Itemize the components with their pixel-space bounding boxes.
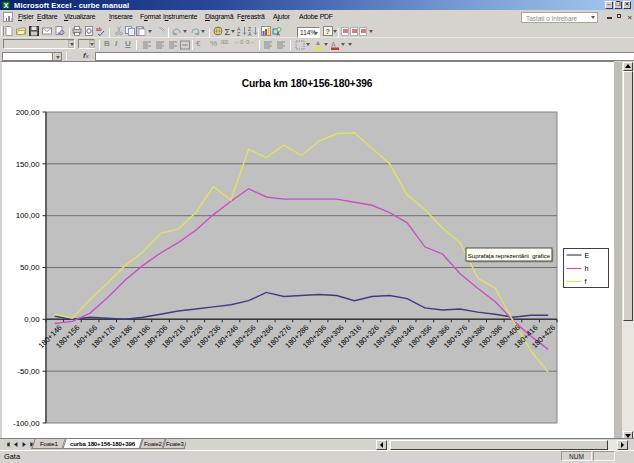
svg-text:E: E: [585, 251, 590, 260]
svg-text:Suprafața reprezentării grafi: Suprafața reprezentării grafice: [468, 253, 551, 259]
svg-text:100,00: 100,00: [16, 211, 41, 220]
svg-text:50,00: 50,00: [20, 263, 40, 272]
svg-text:f: f: [585, 277, 587, 286]
svg-text:-50,00: -50,00: [17, 367, 40, 376]
svg-text:200,00: 200,00: [16, 108, 41, 117]
svg-text:Curba km 180+156-180+396: Curba km 180+156-180+396: [242, 78, 373, 89]
svg-text:0,00: 0,00: [24, 315, 40, 324]
svg-text:h: h: [585, 264, 589, 273]
svg-text:150,00: 150,00: [16, 160, 41, 169]
svg-text:-100,00: -100,00: [13, 419, 40, 428]
